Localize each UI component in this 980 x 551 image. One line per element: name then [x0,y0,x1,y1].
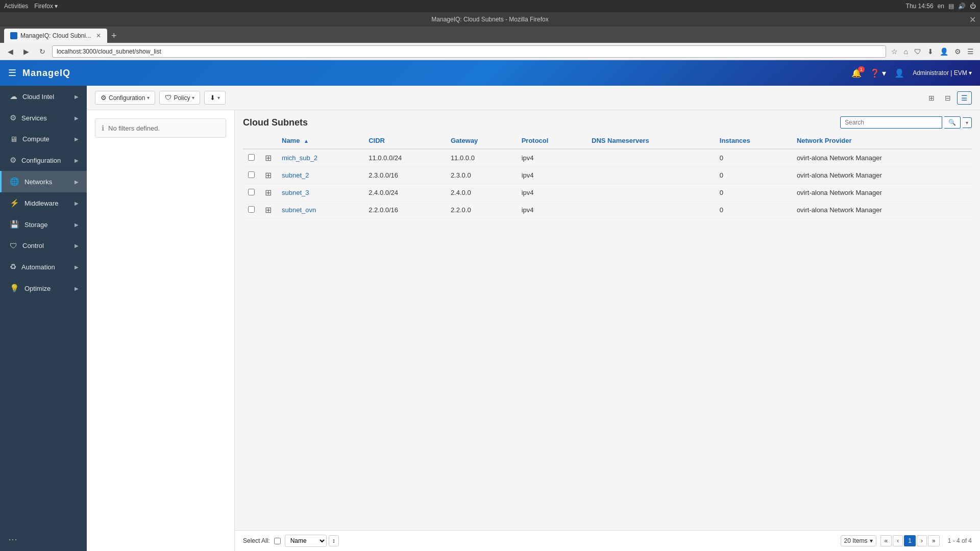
row-name[interactable]: subnet_3 [277,184,363,202]
sidebar-chevron-networks: ▶ [75,179,79,185]
subnet-row-icon: ⊞ [265,171,272,180]
subnet-row-icon: ⊞ [265,206,272,214]
page-prev-button[interactable]: ‹ [893,535,903,546]
row-checkbox-2[interactable] [248,189,255,195]
os-bar-right: Thu 14:56 en ▤ 🔊 ⏻ [906,3,976,10]
sidebar-item-configuration[interactable]: ⚙ Configuration ▶ [0,149,87,171]
sidebar-item-automation[interactable]: ♻ Automation ▶ [0,256,87,278]
help-icon[interactable]: ❓ ▾ [870,68,886,78]
row-name[interactable]: subnet_ovn [277,202,363,219]
user-icon[interactable]: 👤 [894,68,904,78]
menu-icon[interactable]: ☰ [965,46,976,57]
page-last-button[interactable]: » [928,535,940,546]
hamburger-menu-button[interactable]: ☰ [8,67,16,79]
notifications-icon[interactable]: 🔔 1 [851,68,862,78]
col-header-dns[interactable]: DNS Nameservers [586,133,715,149]
col-header-network-provider[interactable]: Network Provider [792,133,972,149]
sidebar-item-control[interactable]: 🛡 Control ▶ [0,235,87,256]
items-per-page-selector[interactable]: 20 Items ▾ [841,535,876,546]
sidebar-item-cloud-intel[interactable]: ☁ Cloud Intel ▶ [0,86,87,107]
sidebar-item-networks[interactable]: 🌐 Networks ▶ [0,171,87,192]
row-checkbox-0[interactable] [248,154,255,161]
row-protocol: ipv4 [517,167,586,184]
app-wrapper: ☰ ManageIQ 🔔 1 ❓ ▾ 👤 Administrator | EVM… [0,60,980,551]
sidebar-item-middleware[interactable]: ⚡ Middleware ▶ [0,192,87,214]
activities-label[interactable]: Activities [4,3,28,10]
page-info-label: 1 - 4 of 4 [948,537,972,544]
subnet-row-icon: ⊞ [265,188,272,197]
search-caret-button[interactable]: ▾ [963,117,972,128]
row-checkbox-3[interactable] [248,206,255,213]
app-header-right: 🔔 1 ❓ ▾ 👤 Administrator | EVM ▾ [851,68,972,78]
search-submit-button[interactable]: 🔍 [944,116,961,129]
sidebar-item-compute-inner: 🖥 Compute [10,135,50,143]
shield-icon[interactable]: 🛡 [912,46,923,57]
sidebar-item-storage[interactable]: 💾 Storage ▶ [0,214,87,235]
row-name[interactable]: subnet_2 [277,167,363,184]
sidebar-bottom-icon[interactable]: ⋯ [8,534,17,544]
notification-badge: 1 [858,66,865,72]
user-label[interactable]: Administrator | EVM ▾ [913,69,972,77]
forward-button[interactable]: ▶ [20,46,33,57]
configuration-button[interactable]: ⚙ Configuration ▾ [95,91,155,105]
page-next-button[interactable]: › [917,535,927,546]
download-icon[interactable]: ⬇ [925,46,936,57]
content-toolbar: ⚙ Configuration ▾ 🛡 Policy ▾ ⬇ ▾ ⊞ ⊟ ☰ [87,86,980,110]
extension-icon[interactable]: ⚙ [952,46,963,57]
sidebar-item-optimize[interactable]: 💡 Optimize ▶ [0,278,87,299]
col-header-protocol[interactable]: Protocol [517,133,586,149]
col-header-instances[interactable]: Instances [715,133,792,149]
download-button[interactable]: ⬇ ▾ [204,91,226,105]
sidebar-label-optimize: Optimize [24,285,51,292]
grid-view-button[interactable]: ⊞ [924,91,939,105]
row-checkbox-cell[interactable] [243,167,260,184]
col-cidr-label: CIDR [369,137,385,144]
window-close-button[interactable]: ✕ [969,15,976,24]
pagination: « ‹ 1 › » [880,535,940,546]
main-layout: ☁ Cloud Intel ▶ ⚙ Services ▶ 🖥 Compute ▶ [0,86,980,551]
sidebar-label-control: Control [22,242,44,249]
row-protocol: ipv4 [517,184,586,202]
sidebar-label-middleware: Middleware [24,199,58,207]
row-checkbox-cell[interactable] [243,202,260,219]
policy-button[interactable]: 🛡 Policy ▾ [159,91,200,105]
bookmark-icon[interactable]: ☆ [889,46,900,57]
sidebar-item-services[interactable]: ⚙ Services ▶ [0,107,87,129]
tile-view-button[interactable]: ⊟ [941,91,955,105]
download-btn-caret: ▾ [217,95,220,101]
sidebar-chevron-compute: ▶ [75,136,79,142]
back-button[interactable]: ◀ [4,46,17,57]
sort-direction-button[interactable]: ↕ [329,535,339,546]
reload-button[interactable]: ↻ [36,46,49,57]
control-icon: 🛡 [10,241,17,250]
row-checkbox-1[interactable] [248,171,255,178]
page-first-button[interactable]: « [880,535,892,546]
col-header-name[interactable]: Name ▲ [277,133,363,149]
page-number-button[interactable]: 1 [904,535,916,546]
active-tab[interactable]: ManageIQ: Cloud Subni... ✕ [4,29,107,43]
tab-close-button[interactable]: ✕ [96,32,101,39]
home-icon[interactable]: ⌂ [902,46,910,57]
col-header-check [243,133,260,149]
col-instances-label: Instances [720,137,750,144]
table-search-input[interactable] [840,116,942,129]
select-all-checkbox[interactable] [274,538,281,544]
row-checkbox-cell[interactable] [243,184,260,202]
browser-label[interactable]: Firefox ▾ [34,3,58,10]
items-per-page-label: 20 Items [844,537,868,544]
sidebar-item-middleware-inner: ⚡ Middleware [10,198,58,208]
sort-select[interactable]: Name CIDR Gateway Protocol [285,535,327,547]
list-view-button[interactable]: ☰ [957,91,972,105]
col-header-gateway[interactable]: Gateway [446,133,517,149]
row-icon-cell: ⊞ [260,167,277,184]
os-bar-left: Activities Firefox ▾ [4,3,58,10]
row-checkbox-cell[interactable] [243,149,260,167]
col-header-cidr[interactable]: CIDR [363,133,446,149]
sidebar-chevron-storage: ▶ [75,222,79,228]
profile-icon[interactable]: 👤 [938,46,950,57]
sidebar-item-compute[interactable]: 🖥 Compute ▶ [0,129,87,149]
url-bar[interactable] [52,45,886,58]
row-name[interactable]: mich_sub_2 [277,149,363,167]
new-tab-button[interactable]: + [107,29,121,43]
row-dns [586,184,715,202]
